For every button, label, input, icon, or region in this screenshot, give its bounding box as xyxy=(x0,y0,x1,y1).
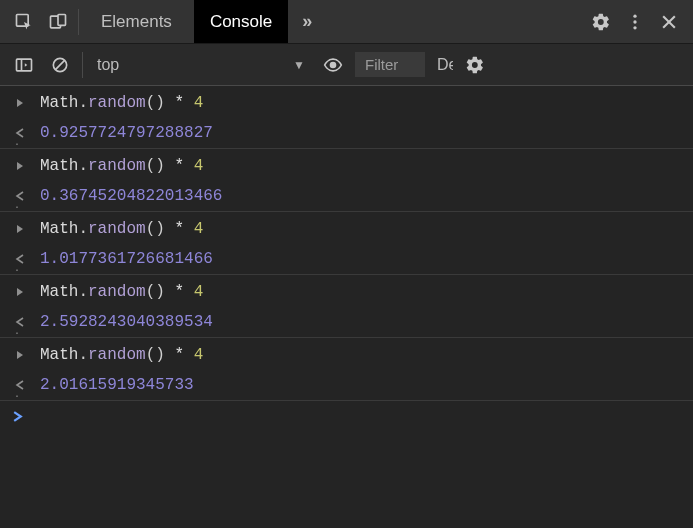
output-chevron-icon xyxy=(12,128,28,138)
svg-rect-8 xyxy=(17,59,32,71)
console-output-row: 0.36745204822013466 xyxy=(0,181,693,211)
console-input-code: Math.random() * 4 xyxy=(40,283,203,301)
console-sidebar-toggle-icon[interactable] xyxy=(10,51,38,79)
console-prompt[interactable] xyxy=(0,401,693,435)
console-result-value: 2.5928243040389534 xyxy=(40,313,213,331)
console-input-row: Math.random() * 4 xyxy=(0,214,693,244)
console-settings-gear-icon[interactable] xyxy=(461,51,489,79)
console-entry: Math.random() * 42.01615919345733 xyxy=(0,338,693,401)
console-subtoolbar: top ▼ Filter Default levels xyxy=(0,44,693,86)
divider xyxy=(78,9,79,35)
clear-console-icon[interactable] xyxy=(46,51,74,79)
console-result-value: 1.0177361726681466 xyxy=(40,250,213,268)
console-output-row: 1.0177361726681466 xyxy=(0,244,693,274)
live-expression-eye-icon[interactable] xyxy=(319,51,347,79)
console-input-code: Math.random() * 4 xyxy=(40,94,203,112)
input-chevron-icon xyxy=(12,287,28,297)
close-icon[interactable] xyxy=(655,8,683,36)
console-output-row: 2.5928243040389534 xyxy=(0,307,693,337)
console-output: Math.random() * 40.9257724797288827Math.… xyxy=(0,86,693,435)
chevron-down-icon: ▼ xyxy=(293,58,305,72)
devtools-toolbar: Elements Console » xyxy=(0,0,693,44)
svg-point-4 xyxy=(633,20,636,23)
svg-point-12 xyxy=(331,62,336,67)
filter-input[interactable]: Filter xyxy=(355,52,425,77)
context-label: top xyxy=(97,56,119,74)
output-chevron-icon xyxy=(12,317,28,327)
console-output-row: 2.01615919345733 xyxy=(0,370,693,400)
console-result-value: 2.01615919345733 xyxy=(40,376,194,394)
console-input-row: Math.random() * 4 xyxy=(0,151,693,181)
console-input-code: Math.random() * 4 xyxy=(40,157,203,175)
output-chevron-icon xyxy=(12,191,28,201)
kebab-menu-icon[interactable] xyxy=(621,8,649,36)
console-result-value: 0.9257724797288827 xyxy=(40,124,213,142)
prompt-chevron-icon xyxy=(12,409,23,427)
console-entry: Math.random() * 41.0177361726681466 xyxy=(0,212,693,275)
svg-point-5 xyxy=(633,26,636,29)
input-chevron-icon xyxy=(12,161,28,171)
console-input-code: Math.random() * 4 xyxy=(40,220,203,238)
console-input-row: Math.random() * 4 xyxy=(0,340,693,370)
input-chevron-icon xyxy=(12,224,28,234)
console-entry: Math.random() * 40.36745204822013466 xyxy=(0,149,693,212)
settings-gear-icon[interactable] xyxy=(587,8,615,36)
more-tabs-chevron-icon[interactable]: » xyxy=(294,11,320,32)
input-chevron-icon xyxy=(12,98,28,108)
console-entry: Math.random() * 40.9257724797288827 xyxy=(0,86,693,149)
output-chevron-icon xyxy=(12,254,28,264)
svg-point-3 xyxy=(633,14,636,17)
svg-rect-2 xyxy=(58,14,66,25)
console-entry: Math.random() * 42.5928243040389534 xyxy=(0,275,693,338)
tab-console[interactable]: Console xyxy=(194,0,288,43)
console-result-value: 0.36745204822013466 xyxy=(40,187,222,205)
console-input-row: Math.random() * 4 xyxy=(0,277,693,307)
inspect-element-icon[interactable] xyxy=(10,8,38,36)
input-chevron-icon xyxy=(12,350,28,360)
console-input-row: Math.random() * 4 xyxy=(0,88,693,118)
console-input-code: Math.random() * 4 xyxy=(40,346,203,364)
prompt-input[interactable] xyxy=(35,409,687,427)
device-toolbar-icon[interactable] xyxy=(44,8,72,36)
console-output-row: 0.9257724797288827 xyxy=(0,118,693,148)
output-chevron-icon xyxy=(12,380,28,390)
tab-elements[interactable]: Elements xyxy=(85,0,188,43)
svg-line-11 xyxy=(55,60,64,69)
divider xyxy=(82,52,83,78)
log-levels-select[interactable]: Default levels xyxy=(433,56,453,74)
execution-context-select[interactable]: top ▼ xyxy=(91,54,311,76)
